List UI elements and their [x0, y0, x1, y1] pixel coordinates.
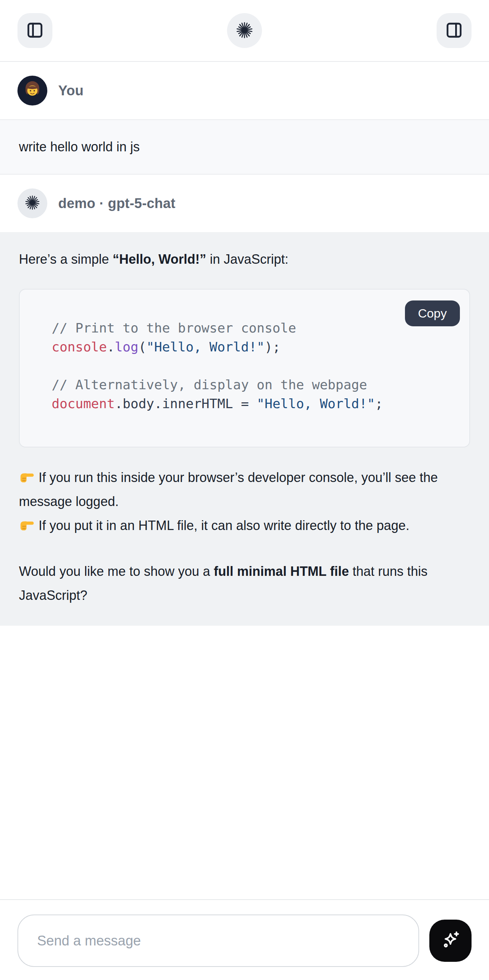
pointing-right-icon [19, 468, 35, 484]
sparkles-icon [439, 929, 462, 953]
assistant-tips-paragraph: If you run this inside your browser’s de… [19, 466, 470, 538]
intro-bold: “Hello, World!” [112, 252, 206, 267]
tip-line: If you put it in an HTML file, it can al… [19, 514, 470, 538]
panel-right-icon [445, 21, 463, 40]
assistant-intro-paragraph: Here’s a simple “Hello, World!” in JavaS… [19, 249, 470, 270]
code-token: ); [264, 339, 280, 354]
code-token: document [52, 396, 115, 411]
panel-left-icon [26, 21, 44, 40]
starburst-icon [24, 194, 41, 212]
code-content: // Print to the browser consoleconsole.l… [52, 319, 455, 413]
code-token: ( [138, 339, 146, 354]
code-block: Copy // Print to the browser consolecons… [19, 289, 470, 447]
copy-button[interactable]: Copy [405, 301, 460, 326]
person-emoji-icon [22, 80, 43, 102]
pointing-right-icon [19, 516, 35, 532]
code-token: .body.innerHTML [115, 396, 233, 411]
chat-scroll-area[interactable] [0, 626, 489, 899]
question-prefix: Would you like me to show you a [19, 564, 214, 579]
user-message-band: write hello world in js [0, 119, 489, 175]
app-logo-button[interactable] [227, 13, 262, 48]
top-bar [0, 0, 489, 62]
starburst-icon [235, 21, 254, 41]
send-button[interactable] [429, 920, 471, 962]
chat-page: You write hello world in js demo · gpt-5… [0, 0, 489, 980]
intro-prefix: Here’s a simple [19, 252, 112, 267]
message-input[interactable] [18, 915, 419, 967]
code-comment: // Alternatively, display on the webpage [52, 377, 367, 392]
code-token: "Hello, World!" [146, 339, 264, 354]
tip-line: If you run this inside your browser’s de… [19, 466, 470, 514]
code-comment: // Print to the browser console [52, 320, 296, 336]
code-token: ; [375, 396, 383, 411]
user-sender-label: You [58, 83, 84, 99]
code-token: log [115, 339, 138, 354]
tip-text: If you put it in an HTML file, it can al… [38, 518, 409, 533]
right-panel-toggle-button[interactable] [436, 13, 471, 48]
user-message-header: You [0, 62, 489, 119]
code-token: "Hello, World!" [257, 396, 375, 411]
code-token: console [52, 339, 107, 354]
question-bold: full minimal HTML file [214, 564, 349, 579]
tip-text: If you run this inside your browser’s de… [19, 470, 438, 509]
assistant-name-label: demo · gpt-5-chat [58, 196, 175, 212]
composer-bar [0, 899, 489, 980]
assistant-question-paragraph: Would you like me to show you a full min… [19, 560, 470, 608]
intro-suffix: in JavaScript: [206, 252, 288, 267]
assistant-avatar [18, 188, 47, 218]
assistant-message-header: demo · gpt-5-chat [0, 175, 489, 232]
assistant-message-band: Here’s a simple “Hello, World!” in JavaS… [0, 232, 489, 626]
code-token: . [107, 339, 115, 354]
sidebar-toggle-button[interactable] [18, 13, 53, 48]
user-avatar [18, 76, 47, 105]
user-message-text: write hello world in js [19, 139, 140, 154]
code-token: = [233, 396, 257, 411]
